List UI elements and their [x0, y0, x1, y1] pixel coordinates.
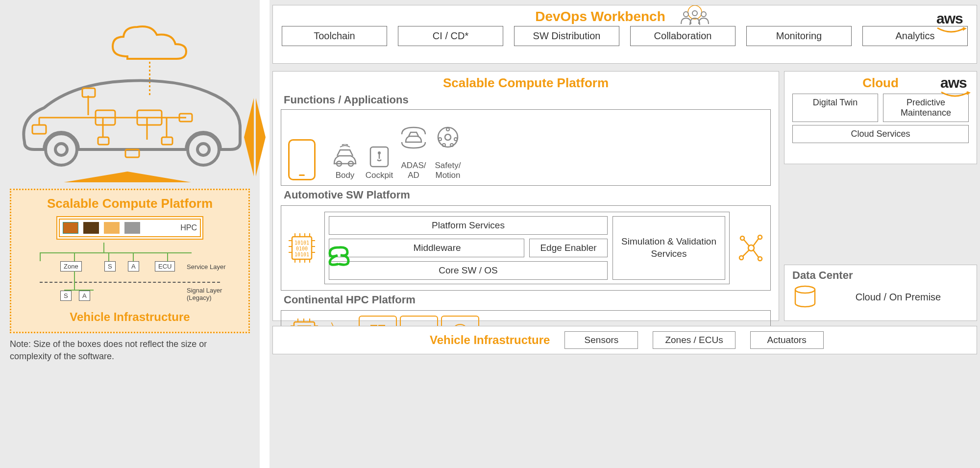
footnote: Note: Size of the boxes does not reflect…	[10, 338, 245, 363]
svg-point-20	[684, 12, 688, 17]
func-adas: ADAS/ AD	[399, 115, 428, 180]
s-box-1: S	[104, 261, 116, 271]
adas-icon	[399, 124, 428, 149]
safety-motion-icon	[433, 124, 463, 149]
devops-item-cicd: CI / CD*	[398, 26, 503, 46]
svg-point-32	[442, 144, 445, 147]
devops-item-swdist: SW Distribution	[514, 26, 619, 46]
svg-point-22	[701, 12, 706, 17]
scp-main-title: Scalable Compute Platform	[281, 75, 771, 91]
svg-point-30	[439, 138, 441, 141]
scp-box-title: Scalable Compute Platform	[20, 196, 240, 211]
svg-point-2	[55, 144, 67, 155]
car-icon	[15, 69, 250, 172]
svg-point-28	[445, 134, 451, 140]
svg-text:10101: 10101	[294, 252, 309, 257]
svg-point-4	[197, 144, 209, 155]
left-vehicle-panel: Scalable Compute Platform HPC Zone S A E…	[0, 0, 260, 468]
sim-validation-box: Simulation & Validation Services	[612, 216, 725, 280]
func-cockpit-label: Cockpit	[366, 171, 393, 180]
bottom-vehicle-infra-row: Vehicle Infrastructure Sensors Zones / E…	[272, 326, 977, 354]
hpc-chip-1	[63, 222, 78, 234]
cloud-services-box: Cloud Services	[792, 125, 969, 143]
hpc-outer-box: HPC	[56, 216, 203, 240]
vehicle-infra-title: Vehicle Infrastructure	[20, 310, 240, 324]
devops-title: DevOps Workbench	[535, 6, 665, 25]
svg-point-29	[446, 128, 449, 131]
service-layer-label: Service Layer	[187, 263, 225, 271]
devops-item-monitoring: Monitoring	[746, 26, 852, 46]
triangle-pointer-icon	[64, 172, 191, 182]
asw-left-column: Platform Services Middleware Edge Enable…	[329, 216, 608, 280]
devops-workbench-box: DevOps Workbench aws Toolchain CI / CD* …	[272, 5, 977, 64]
svg-point-1	[46, 134, 77, 165]
phone-icon	[288, 139, 316, 180]
zones-ecus-box: Zones / ECUs	[653, 331, 735, 349]
svg-rect-12	[32, 125, 46, 134]
func-adas-label: ADAS/ AD	[401, 161, 426, 180]
legacy-text: (Legacy)	[187, 294, 212, 301]
functions-row: Body Cockpit ADAS/ AD Safety/ Motion	[281, 109, 771, 186]
actuators-box: Actuators	[750, 331, 824, 349]
devops-item-collab: Collaboration	[630, 26, 735, 46]
func-body-label: Body	[336, 171, 355, 180]
svg-point-83	[795, 286, 815, 293]
aws-logo-1: aws	[936, 10, 967, 36]
platform-services-box: Platform Services	[329, 216, 608, 235]
data-center-label: Cloud / On Premise	[828, 292, 969, 303]
hpc-chip-3	[104, 222, 120, 234]
s-box-2: S	[60, 291, 72, 301]
right-architecture-panel: DevOps Workbench aws Toolchain CI / CD* …	[270, 0, 980, 468]
sensors-box: Sensors	[564, 331, 638, 349]
core-sw-box: Core SW / OS	[329, 261, 608, 280]
signal-layer-label: Signal Layer (Legacy)	[187, 287, 222, 301]
svg-line-60	[753, 250, 759, 257]
network-nodes-icon	[737, 232, 764, 264]
data-center-title: Data Center	[792, 269, 969, 282]
asw-label: Automotive SW Platform	[284, 189, 771, 201]
data-center-box: Data Center Cloud / On Premise	[784, 265, 977, 321]
hpc-label: HPC	[180, 223, 197, 232]
layers-diagram: Zone S A ECU S A Service Layer Signal La…	[20, 243, 240, 306]
database-icon	[792, 285, 818, 309]
middleware-edge-row: Middleware Edge Enabler	[329, 239, 608, 257]
svg-point-55	[739, 256, 743, 260]
svg-point-19	[688, 5, 702, 19]
bidirectional-arrow-icon	[242, 98, 267, 176]
func-safety: Safety/ Motion	[433, 115, 463, 180]
left-scp-infrastructure-box: Scalable Compute Platform HPC Zone S A E…	[10, 189, 250, 333]
a-box-2: A	[79, 291, 90, 301]
svg-point-26	[378, 151, 381, 154]
asw-right-column: Simulation & Validation Services	[612, 216, 725, 280]
svg-line-59	[743, 250, 749, 256]
svg-point-33	[450, 144, 453, 147]
aws-logo-2: aws	[940, 74, 971, 100]
edge-enabler-box: Edge Enabler	[529, 239, 608, 257]
ecu-box: ECU	[155, 261, 175, 271]
scp-main-box: Scalable Compute Platform Functions / Ap…	[272, 71, 779, 321]
binary-chip-icon: 10101 0100 10101	[287, 231, 317, 265]
hpc-chip-4	[124, 222, 140, 234]
bottom-vi-label: Vehicle Infrastructure	[430, 333, 550, 347]
svg-text:10101: 10101	[294, 240, 309, 246]
svg-point-31	[454, 138, 457, 141]
cloud-box: aws Cloud Digital Twin Predictive Mainte…	[784, 71, 977, 164]
svg-rect-16	[162, 137, 172, 145]
car-cloud-illustration	[10, 10, 250, 186]
car-body-icon	[330, 144, 360, 169]
devops-items-row: Toolchain CI / CD* SW Distribution Colla…	[273, 26, 977, 53]
func-safety-label: Safety/ Motion	[435, 161, 461, 180]
svg-text:0100: 0100	[296, 246, 308, 251]
devops-item-toolchain: Toolchain	[282, 26, 387, 46]
a-box-1: A	[128, 261, 139, 271]
svg-point-3	[188, 134, 219, 165]
middleware-box: Middleware	[329, 239, 524, 257]
zone-box: Zone	[60, 261, 82, 271]
func-body: Body	[330, 144, 360, 180]
svg-rect-15	[98, 137, 109, 145]
asw-inner-box: Platform Services Middleware Edge Enable…	[324, 212, 730, 284]
cockpit-icon	[365, 144, 394, 169]
digital-twin-box: Digital Twin	[792, 94, 878, 122]
svg-point-53	[740, 236, 744, 240]
hpc-chip-2	[83, 222, 99, 234]
